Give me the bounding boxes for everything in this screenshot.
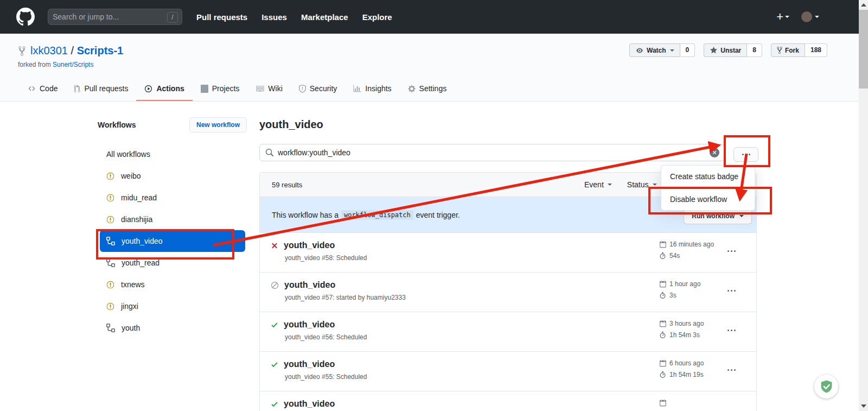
sidebar-item-youth[interactable]: youth (98, 317, 247, 339)
calendar-icon (659, 280, 666, 288)
run-row[interactable]: youth_video youth_video #57: started by … (260, 273, 756, 312)
global-header: / Pull requests Issues Marketplace Explo… (0, 0, 868, 34)
tab-wiki[interactable]: Wiki (247, 77, 290, 101)
run-title-link[interactable]: youth_video (284, 399, 335, 409)
gear-icon (408, 85, 416, 93)
repo-owner-link[interactable]: lxk0301 (30, 45, 68, 56)
unstar-button[interactable]: Unstar (704, 43, 747, 57)
warning-icon (106, 172, 114, 180)
tab-code[interactable]: Code (20, 77, 66, 101)
star-count[interactable]: 8 (747, 43, 762, 57)
check-icon (271, 400, 278, 408)
run-row[interactable]: youth_video youth_video #56: Scheduled 3… (260, 312, 756, 352)
run-title-link[interactable]: youth_video (284, 359, 335, 369)
check-icon (271, 321, 278, 329)
create-new-button[interactable]: + (776, 10, 789, 24)
watch-count[interactable]: 0 (680, 43, 695, 57)
shield-icon (299, 85, 306, 93)
run-options-button[interactable] (724, 247, 739, 255)
sidebar-item-jingxi[interactable]: jingxi (98, 295, 247, 317)
new-workflow-button[interactable]: New workflow (189, 117, 247, 132)
menu-item-disable-workflow[interactable]: Disable workflow (661, 188, 755, 210)
calendar-icon (659, 320, 666, 327)
tab-insights[interactable]: Insights (345, 77, 399, 101)
tab-projects[interactable]: Projects (193, 77, 248, 101)
sidebar-item-txnews[interactable]: txnews (98, 274, 247, 295)
sidebar-item-midu_read[interactable]: midu_read (98, 187, 247, 208)
tab-settings[interactable]: Settings (400, 77, 455, 101)
nav-issues[interactable]: Issues (261, 12, 287, 22)
event-filter[interactable]: Event (584, 180, 612, 189)
sidebar-item-youth_read[interactable]: youth_read (98, 252, 247, 274)
nav-marketplace[interactable]: Marketplace (301, 12, 348, 22)
scrollbar[interactable] (859, 0, 868, 411)
scroll-down-icon[interactable] (861, 404, 866, 408)
status-filter[interactable]: Status (627, 180, 657, 189)
run-options-button[interactable] (724, 287, 739, 295)
caret-down-icon (815, 16, 819, 18)
clear-search-icon[interactable]: ✕ (710, 148, 719, 157)
sidebar-item-youth_video[interactable]: youth_video (100, 230, 245, 252)
workflow-options-button[interactable] (733, 147, 758, 162)
workflow-icon (106, 324, 115, 332)
workflow-icon (106, 258, 115, 267)
graph-icon (353, 85, 361, 92)
caret-down-icon (653, 184, 657, 186)
nav-pull-requests[interactable]: Pull requests (196, 12, 247, 22)
forked-from: forked from Sunert/Scripts (18, 61, 93, 68)
github-logo-icon[interactable] (16, 8, 35, 26)
run-title-link[interactable]: youth_video (284, 241, 335, 250)
eye-icon (635, 47, 644, 54)
sidebar-item-weibo[interactable]: weibo (98, 165, 247, 187)
menu-item-create-status-badge[interactable]: Create status badge (661, 166, 755, 188)
caret-down-icon (785, 16, 789, 18)
warning-icon (106, 194, 114, 202)
run-row[interactable]: youth_video (260, 391, 756, 411)
repo-tabs: Code Pull requests Actions Projects Wiki… (20, 77, 455, 101)
tab-actions[interactable]: Actions (136, 77, 192, 101)
run-options-button[interactable] (724, 366, 739, 374)
repo-separator: / (71, 45, 77, 56)
run-title-link[interactable]: youth_video (284, 320, 335, 330)
sidebar-item-dianshijia[interactable]: dianshijia (98, 208, 247, 230)
header-nav: Pull requests Issues Marketplace Explore (196, 12, 392, 22)
play-icon (144, 85, 152, 93)
watch-button[interactable]: Watch (629, 43, 680, 57)
run-row[interactable]: youth_video youth_video #58: Scheduled 1… (260, 233, 756, 273)
runs-search[interactable] (259, 144, 725, 161)
repo-name-link[interactable]: Scripts-1 (77, 45, 124, 56)
project-icon (201, 85, 208, 93)
repo-forked-icon (18, 46, 26, 56)
scrollbar-thumb[interactable] (859, 10, 868, 88)
global-search[interactable]: / (48, 9, 182, 25)
adguard-badge[interactable] (814, 375, 838, 399)
search-icon (265, 149, 273, 157)
fork-button[interactable]: Fork (771, 43, 805, 57)
code-icon (28, 85, 36, 92)
caret-down-icon (670, 49, 674, 52)
fork-count[interactable]: 188 (805, 43, 827, 57)
code-span: workflow_dispatch (341, 210, 413, 220)
nav-explore[interactable]: Explore (362, 12, 392, 22)
run-options-button[interactable] (724, 326, 739, 334)
tab-pull-requests[interactable]: Pull requests (66, 77, 136, 101)
forked-from-link[interactable]: Sunert/Scripts (53, 61, 93, 68)
warning-icon (106, 302, 114, 311)
scroll-up-icon[interactable] (861, 3, 866, 7)
tab-security[interactable]: Security (291, 77, 346, 101)
user-menu[interactable] (801, 11, 819, 22)
global-search-input[interactable] (53, 12, 156, 21)
repo-social-buttons: Watch 0 Unstar 8 Fork 188 (629, 43, 827, 57)
slash-shortcut-hint: / (167, 12, 178, 23)
run-time: 3 hours ago (669, 320, 704, 327)
stopwatch-icon (659, 331, 666, 339)
runs-search-input[interactable] (278, 148, 679, 157)
stopwatch-icon (659, 371, 666, 378)
run-row[interactable]: youth_video youth_video #55: Scheduled 6… (260, 352, 756, 391)
avatar[interactable] (801, 11, 812, 22)
run-title-link[interactable]: youth_video (284, 280, 335, 290)
cancelled-icon (271, 281, 279, 289)
sidebar-item-all-workflows[interactable]: All workflows (98, 143, 247, 165)
star-filled-icon (710, 46, 718, 54)
results-count: 59 results (272, 181, 302, 189)
